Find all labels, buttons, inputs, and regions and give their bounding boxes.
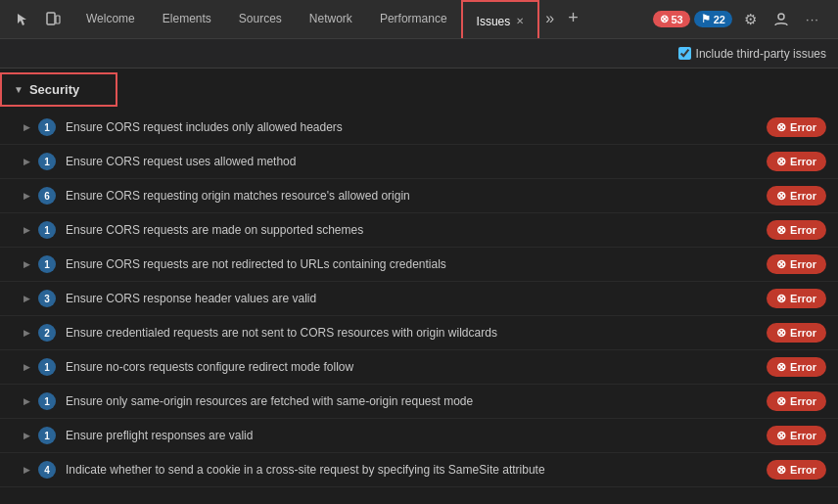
error-label: Error [790, 190, 816, 202]
row-expand-icon: ▶ [23, 259, 30, 269]
issue-text: Indicate whether to send a cookie in a c… [66, 463, 767, 477]
error-icon: ⊗ [660, 13, 669, 25]
error-label: Error [790, 327, 816, 339]
tab-network[interactable]: Network [296, 0, 366, 38]
close-tab-icon[interactable]: ✕ [516, 16, 524, 26]
error-badge: ⊗ Error [767, 323, 826, 343]
security-section-header[interactable]: ▼ Security [0, 72, 117, 107]
issue-count-badge: 1 [38, 153, 56, 170]
row-expand-icon: ▶ [23, 225, 30, 235]
device-icon[interactable] [39, 6, 67, 33]
error-label: Error [790, 121, 816, 133]
toolbar-right-controls: ⊗ 53 ⚑ 22 ⚙ ··· [645, 6, 835, 33]
issue-count-badge: 1 [38, 118, 56, 136]
issue-count-badge: 4 [38, 461, 56, 479]
error-count: 53 [672, 14, 683, 25]
error-circle-icon: ⊗ [776, 292, 786, 305]
error-label: Error [790, 156, 816, 167]
warning-count-badge[interactable]: ⚑ 22 [694, 11, 732, 27]
issue-text: Ensure no-cors requests configure redire… [66, 360, 767, 374]
issues-list: ▶ 1 Ensure CORS request includes only al… [0, 111, 838, 487]
error-badge: ⊗ Error [767, 357, 826, 377]
issue-row[interactable]: ▶ 1 Ensure CORS requests are made on sup… [0, 213, 838, 248]
error-circle-icon: ⊗ [776, 326, 786, 340]
issue-count-badge: 1 [38, 358, 56, 376]
error-badge: ⊗ Error [767, 254, 826, 274]
row-expand-icon: ▶ [23, 122, 30, 132]
issue-row[interactable]: ▶ 6 Ensure CORS requesting origin matche… [0, 179, 838, 213]
error-badge: ⊗ Error [767, 220, 826, 240]
row-expand-icon: ▶ [23, 362, 30, 372]
error-count-badge[interactable]: ⊗ 53 [653, 11, 690, 27]
issue-count-badge: 1 [38, 255, 56, 273]
error-circle-icon: ⊗ [776, 394, 786, 408]
tab-issues[interactable]: Issues ✕ [461, 0, 540, 38]
include-third-party-label[interactable]: Include third-party issues [678, 47, 826, 61]
issue-text: Ensure CORS request uses allowed method [66, 155, 767, 168]
row-expand-icon: ▶ [23, 191, 30, 201]
issue-row[interactable]: ▶ 1 Ensure CORS requests are not redirec… [0, 248, 838, 282]
pointer-icon[interactable] [10, 6, 37, 33]
svg-rect-0 [47, 13, 55, 24]
error-badge: ⊗ Error [767, 460, 826, 480]
issue-text: Ensure credentialed requests are not sen… [66, 326, 767, 340]
profile-button[interactable] [768, 6, 795, 33]
issue-text: Ensure preflight responses are valid [66, 429, 767, 442]
issue-row[interactable]: ▶ 3 Ensure CORS response header values a… [0, 282, 838, 316]
error-circle-icon: ⊗ [776, 189, 786, 203]
settings-button[interactable]: ⚙ [736, 6, 764, 33]
issue-row[interactable]: ▶ 1 Ensure no-cors requests configure re… [0, 350, 838, 385]
row-expand-icon: ▶ [23, 396, 30, 406]
row-expand-icon: ▶ [23, 431, 30, 440]
issue-row[interactable]: ▶ 1 Ensure preflight responses are valid… [0, 419, 838, 453]
error-badge: ⊗ Error [767, 117, 826, 137]
error-badge: ⊗ Error [767, 289, 826, 308]
issue-count-badge: 2 [38, 324, 56, 342]
issue-row[interactable]: ▶ 4 Indicate whether to send a cookie in… [0, 453, 838, 487]
row-expand-icon: ▶ [23, 328, 30, 338]
issue-text: Ensure CORS requests are made on support… [66, 223, 767, 237]
toolbar-icon-group [4, 6, 72, 33]
tab-performance[interactable]: Performance [366, 0, 461, 38]
error-circle-icon: ⊗ [776, 120, 786, 134]
issue-count-badge: 1 [38, 221, 56, 239]
issue-count-badge: 3 [38, 290, 56, 307]
error-badge: ⊗ Error [767, 152, 826, 171]
error-circle-icon: ⊗ [776, 429, 786, 442]
more-tabs-button[interactable]: » [539, 0, 560, 38]
error-circle-icon: ⊗ [776, 257, 786, 271]
include-third-party-text: Include third-party issues [696, 47, 826, 61]
tab-bar: Welcome Elements Sources Network Perform… [72, 0, 645, 38]
section-arrow-icon: ▼ [14, 84, 23, 95]
issue-text: Ensure CORS request includes only allowe… [66, 120, 767, 134]
issue-text: Ensure CORS response header values are v… [66, 292, 767, 305]
error-badge: ⊗ Error [767, 426, 826, 445]
svg-rect-1 [56, 16, 60, 23]
error-label: Error [790, 430, 816, 441]
error-badge: ⊗ Error [767, 391, 826, 411]
error-label: Error [790, 224, 816, 236]
error-circle-icon: ⊗ [776, 155, 786, 168]
error-label: Error [790, 258, 816, 270]
new-tab-button[interactable]: + [560, 0, 586, 38]
section-title: Security [29, 82, 79, 97]
error-badge: ⊗ Error [767, 186, 826, 206]
issues-content: ▼ Security ▶ 1 Ensure CORS request inclu… [0, 69, 838, 504]
issue-count-badge: 6 [38, 187, 56, 205]
tab-elements[interactable]: Elements [149, 0, 225, 38]
issue-text: Ensure only same-origin resources are fe… [66, 394, 767, 408]
issue-row[interactable]: ▶ 2 Ensure credentialed requests are not… [0, 316, 838, 350]
row-expand-icon: ▶ [23, 157, 30, 166]
issue-row[interactable]: ▶ 1 Ensure only same-origin resources ar… [0, 385, 838, 419]
include-third-party-checkbox[interactable] [678, 47, 691, 60]
issue-row[interactable]: ▶ 1 Ensure CORS request includes only al… [0, 111, 838, 145]
issue-row[interactable]: ▶ 1 Ensure CORS request uses allowed met… [0, 145, 838, 179]
tab-welcome[interactable]: Welcome [72, 0, 149, 38]
error-label: Error [790, 464, 816, 476]
tab-sources[interactable]: Sources [225, 0, 296, 38]
warning-count: 22 [714, 14, 725, 25]
more-options-button[interactable]: ··· [799, 6, 826, 33]
svg-point-2 [778, 14, 784, 20]
error-circle-icon: ⊗ [776, 360, 786, 374]
error-label: Error [790, 361, 816, 373]
